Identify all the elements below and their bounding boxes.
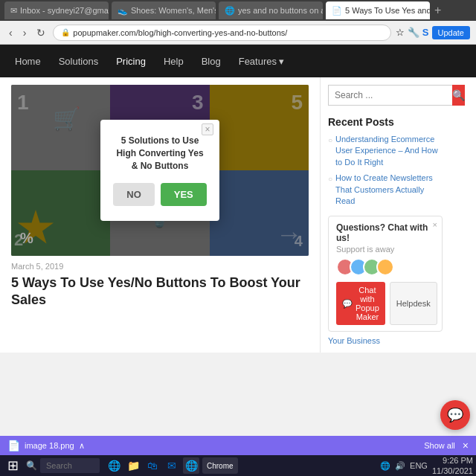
- taskbar-store-icon[interactable]: 🛍: [144, 457, 161, 474]
- floating-chat-button[interactable]: 💬: [440, 400, 470, 430]
- site-navigation: Home Solutions Pricing Help Blog Feature…: [0, 45, 476, 77]
- avatar-4: [376, 258, 394, 276]
- taskbar-pinned-apps: 🌐 📁 🛍 ✉ 🌐: [106, 457, 199, 474]
- taskbar-system-tray: 🌐 🔊 ENG 9:26 PM 11/30/2021: [380, 455, 473, 476]
- lock-icon: 🔒: [61, 28, 70, 36]
- download-item: 📄 image 18.png ∧: [7, 440, 85, 451]
- sidebar-post-2: ○ How to Create Newsletters That Custome…: [328, 173, 443, 207]
- clock-time: 9:26 PM: [432, 455, 473, 466]
- chat-icon: 💬: [342, 299, 353, 309]
- lang-label: ENG: [410, 461, 428, 470]
- profile-icon[interactable]: S: [422, 27, 429, 38]
- tab-favicon: 📄: [332, 6, 342, 16]
- tab-favicon: 👟: [118, 6, 128, 16]
- tab-label: 5 Ways To Use Yes and No Butt...: [345, 6, 430, 15]
- chat-widget: × Questions? Chat with us! Support is aw…: [328, 216, 443, 332]
- tab-gmail[interactable]: ✉ Inbox - sydneyi27@gmail.com ×: [4, 1, 109, 19]
- chat-widget-close-button[interactable]: ×: [433, 220, 437, 229]
- bullet-icon-1: ○: [328, 135, 332, 168]
- sidebar-more-link[interactable]: Your Business: [328, 336, 443, 345]
- network-icon: 🌐: [380, 461, 390, 471]
- search-box: 🔍: [328, 85, 443, 106]
- update-button[interactable]: Update: [432, 26, 470, 39]
- nav-help[interactable]: Help: [164, 56, 184, 67]
- chevron-up-icon[interactable]: ∧: [79, 441, 85, 451]
- sidebar-post-link-2[interactable]: How to Create Newsletters That Customers…: [335, 173, 443, 207]
- popup-no-button[interactable]: NO: [113, 183, 155, 206]
- tab-favicon: ✉: [10, 6, 17, 16]
- browser-address-bar: ‹ › ↻ 🔒 popupmaker.com/blog/high-convert…: [0, 21, 476, 45]
- tab-yesno[interactable]: 🌐 yes and no buttons on a websit... ×: [219, 1, 323, 19]
- url-bar[interactable]: 🔒 popupmaker.com/blog/high-converting-ye…: [53, 25, 391, 41]
- popup-close-button[interactable]: ×: [202, 123, 213, 135]
- chat-action-buttons: 💬 Chat with Popup Maker Helpdesk: [336, 282, 434, 325]
- sidebar: 🔍 Recent Posts ○ Understanding Ecommerce…: [320, 77, 450, 353]
- taskbar-mail-icon[interactable]: ✉: [164, 457, 180, 474]
- browser-tabs-bar: ✉ Inbox - sydneyi27@gmail.com × 👟 Shoes:…: [0, 0, 476, 21]
- bullet-icon-2: ○: [328, 174, 332, 207]
- taskbar-active-app[interactable]: Chrome: [202, 457, 238, 474]
- download-filename: image 18.png: [25, 441, 74, 450]
- file-icon: 📄: [7, 440, 20, 451]
- nav-features-dropdown[interactable]: Features ▾: [239, 56, 284, 67]
- tab-favicon: 🌐: [225, 6, 235, 16]
- tab-label: Inbox - sydneyi27@gmail.com: [20, 6, 109, 15]
- chat-widget-title: Questions? Chat with us!: [336, 222, 434, 243]
- clock-date: 11/30/2021: [432, 466, 473, 476]
- new-tab-button[interactable]: +: [434, 4, 441, 17]
- show-all-downloads[interactable]: Show all: [424, 441, 455, 450]
- featured-image: 1 🛒 3 5 % 2: [11, 85, 309, 256]
- taskbar-folder-icon[interactable]: 📁: [125, 457, 141, 474]
- start-button[interactable]: ⊞: [3, 457, 23, 474]
- volume-icon: 🔊: [395, 461, 405, 471]
- popup-overlay: × 5 Solutions to Use High Converting Yes…: [11, 85, 309, 256]
- download-bar: 📄 image 18.png ∧ Show all ×: [0, 436, 476, 455]
- tab-label: Shoes: Women's, Men's & Kids ...: [131, 6, 216, 15]
- reload-button[interactable]: ↻: [33, 25, 48, 40]
- recent-posts-title: Recent Posts: [328, 116, 443, 128]
- taskbar-search-input[interactable]: [40, 458, 100, 473]
- taskbar-edge-icon[interactable]: 🌐: [106, 457, 122, 474]
- search-icon-taskbar: 🔍: [26, 460, 37, 471]
- chat-btn-label: Chat with Popup Maker: [356, 286, 379, 321]
- chat-with-popup-maker-button[interactable]: 💬 Chat with Popup Maker: [336, 282, 385, 325]
- chat-avatars: [336, 258, 434, 276]
- post-date: March 5, 2019: [11, 262, 309, 271]
- nav-pricing[interactable]: Pricing: [116, 56, 146, 67]
- url-text: popupmaker.com/blog/high-converting-yes-…: [73, 28, 287, 37]
- sidebar-post-link-1[interactable]: Understanding Ecommerce User Experience …: [335, 134, 443, 168]
- chevron-down-icon: ▾: [279, 56, 284, 67]
- close-download-bar[interactable]: ×: [463, 440, 469, 451]
- popup-buttons: NO YES: [115, 183, 205, 206]
- main-content: 1 🛒 3 5 % 2: [0, 77, 320, 353]
- popup-title: 5 Solutions to Use High Converting Yes &…: [115, 135, 205, 172]
- taskbar: ⊞ 🔍 🌐 📁 🛍 ✉ 🌐 Chrome 🌐 🔊 ENG 9:26 PM 11/…: [0, 455, 476, 476]
- tab-label: yes and no buttons on a websit...: [238, 6, 323, 15]
- post-title: 5 Ways To Use Yes/No Buttons To Boost Yo…: [11, 274, 309, 309]
- nav-home[interactable]: Home: [15, 56, 41, 67]
- system-clock: 9:26 PM 11/30/2021: [432, 455, 473, 476]
- taskbar-chrome-icon[interactable]: 🌐: [183, 457, 199, 474]
- popup-dialog: × 5 Solutions to Use High Converting Yes…: [100, 120, 219, 220]
- forward-button[interactable]: ›: [20, 25, 30, 40]
- tab-shoes[interactable]: 👟 Shoes: Women's, Men's & Kids ... ×: [112, 1, 216, 19]
- bookmark-icon[interactable]: ☆: [396, 27, 405, 38]
- nav-solutions[interactable]: Solutions: [59, 56, 98, 67]
- nav-blog[interactable]: Blog: [202, 56, 221, 67]
- popup-yes-button[interactable]: YES: [161, 183, 207, 206]
- sidebar-post-1: ○ Understanding Ecommerce User Experienc…: [328, 134, 443, 168]
- browser-action-icons: ☆ 🔧 S Update: [396, 26, 470, 39]
- tab-active[interactable]: 📄 5 Ways To Use Yes and No Butt... ×: [326, 1, 430, 19]
- extension-icon[interactable]: 🔧: [408, 27, 419, 38]
- back-button[interactable]: ‹: [6, 25, 16, 40]
- helpdesk-button[interactable]: Helpdesk: [390, 282, 437, 325]
- browser-window: ✉ Inbox - sydneyi27@gmail.com × 👟 Shoes:…: [0, 0, 476, 476]
- chat-status: Support is away: [336, 245, 434, 254]
- search-button[interactable]: 🔍: [452, 85, 465, 106]
- site-content: 1 🛒 3 5 % 2: [0, 77, 476, 353]
- search-input[interactable]: [328, 85, 452, 106]
